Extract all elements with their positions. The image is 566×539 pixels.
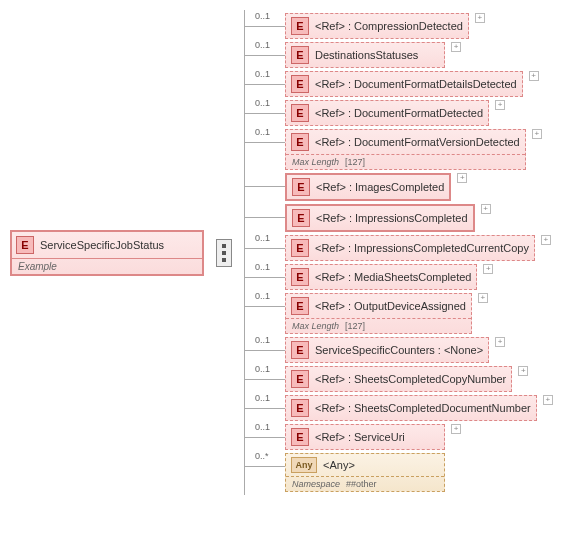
sequence-compositor-icon[interactable] [216, 239, 232, 267]
element-name: <Any> [323, 459, 355, 471]
expand-icon[interactable]: + [457, 173, 467, 183]
child-row: 0..1E<Ref> : DocumentFormatDetected+ [245, 100, 556, 126]
expand-icon[interactable]: + [495, 100, 505, 110]
root-element-box[interactable]: E ServiceSpecificJobStatus Example [10, 230, 204, 276]
separator: : [438, 344, 441, 356]
element-footer: Max Length[127] [286, 319, 471, 333]
expand-icon[interactable]: + [541, 235, 551, 245]
expand-icon[interactable]: + [478, 293, 488, 303]
ref-tag: <Ref> [315, 78, 345, 90]
child-element-node[interactable]: E<Ref> : ServiceUri [285, 424, 445, 450]
child-row: 0..1E<Ref> : ServiceUri+ [245, 424, 556, 450]
separator: : [348, 402, 351, 414]
element-box: E<Ref> : SheetsCompletedCopyNumber [285, 366, 512, 392]
element-header: E<Ref> : DocumentFormatDetailsDetected [286, 72, 522, 96]
element-name: DestinationsStatuses [315, 49, 418, 61]
element-badge-icon: E [291, 370, 309, 388]
separator: : [348, 20, 351, 32]
child-element-node[interactable]: E<Ref> : SheetsCompletedDocumentNumber [285, 395, 537, 421]
element-header: E<Ref> : DocumentFormatVersionDetected [286, 130, 525, 155]
ref-tag: <Ref> [315, 107, 345, 119]
expand-icon[interactable]: + [529, 71, 539, 81]
root-header: E ServiceSpecificJobStatus [12, 232, 202, 259]
expand-icon[interactable]: + [451, 42, 461, 52]
separator: : [348, 373, 351, 385]
child-element-node[interactable]: E<Ref> : OutputDeviceAssignedMax Length[… [285, 293, 472, 334]
expand-icon[interactable]: + [543, 395, 553, 405]
ref-tag: <Ref> [316, 181, 346, 193]
child-row: 0..1E<Ref> : DocumentFormatVersionDetect… [245, 129, 556, 170]
occurrence-label: 0..1 [253, 11, 272, 21]
ref-tag: <Ref> [315, 373, 345, 385]
child-element-node[interactable]: E<Ref> : ImpressionsCompleted [285, 204, 475, 232]
element-header: E<Ref> : SheetsCompletedDocumentNumber [286, 396, 536, 420]
element-name: SheetsCompletedDocumentNumber [354, 402, 531, 414]
occurrence-label: 0..1 [253, 233, 272, 243]
child-element-node[interactable]: E<Ref> : ImpressionsCompletedCurrentCopy [285, 235, 535, 261]
element-footer: Namespace##other [286, 477, 444, 491]
footer-value: [127] [345, 321, 365, 331]
branch-line-icon [245, 204, 285, 230]
expand-icon[interactable]: + [495, 337, 505, 347]
footer-label: Max Length [292, 321, 339, 331]
expand-icon[interactable]: + [532, 129, 542, 139]
element-box: E<Ref> : ImpressionsCompleted [285, 204, 475, 232]
element-badge-icon: E [292, 178, 310, 196]
element-header: E<Ref> : MediaSheetsCompleted [286, 265, 476, 289]
child-row: 0..1EDestinationsStatuses+ [245, 42, 556, 68]
ref-tag: <Ref> [315, 402, 345, 414]
element-header: E<Ref> : OutputDeviceAssigned [286, 294, 471, 319]
element-badge-icon: E [291, 75, 309, 93]
element-header: E<Ref> : ImpressionsCompleted [287, 206, 473, 230]
child-row: 0..1E<Ref> : MediaSheetsCompleted+ [245, 264, 556, 290]
child-element-node[interactable]: E<Ref> : ImagesCompleted [285, 173, 451, 201]
child-element-node[interactable]: E<Ref> : DocumentFormatDetailsDetected [285, 71, 523, 97]
element-header: EServiceSpecificCounters : <None> [286, 338, 488, 362]
expand-icon[interactable]: + [481, 204, 491, 214]
separator: : [348, 300, 351, 312]
child-element-node[interactable]: EServiceSpecificCounters : <None> [285, 337, 489, 363]
element-header: E<Ref> : ImpressionsCompletedCurrentCopy [286, 236, 534, 260]
expand-icon[interactable]: + [475, 13, 485, 23]
element-box: EServiceSpecificCounters : <None> [285, 337, 489, 363]
separator: : [348, 242, 351, 254]
child-element-node[interactable]: E<Ref> : SheetsCompletedCopyNumber [285, 366, 512, 392]
element-name: ServiceSpecificCounters [315, 344, 435, 356]
child-row: E<Ref> : ImpressionsCompleted+ [245, 204, 556, 232]
connector-column [204, 239, 244, 267]
occurrence-label: 0..1 [253, 422, 272, 432]
element-name: DocumentFormatVersionDetected [354, 136, 520, 148]
footer-label: Max Length [292, 157, 339, 167]
branch-line-icon: 0..1 [245, 42, 285, 68]
child-element-node[interactable]: E<Ref> : CompressionDetected [285, 13, 469, 39]
child-element-node[interactable]: E<Ref> : DocumentFormatDetected [285, 100, 489, 126]
child-row: 0..1E<Ref> : ImpressionsCompletedCurrent… [245, 235, 556, 261]
child-element-node[interactable]: Any<Any>Namespace##other [285, 453, 445, 492]
occurrence-label: 0..1 [253, 335, 272, 345]
separator: : [348, 431, 351, 443]
element-box: E<Ref> : ImagesCompleted [285, 173, 451, 201]
branch-line-icon: 0..1 [245, 71, 285, 97]
footer-label: Namespace [292, 479, 340, 489]
branch-line-icon: 0..1 [245, 13, 285, 39]
expand-icon[interactable]: + [451, 424, 461, 434]
child-element-node[interactable]: E<Ref> : MediaSheetsCompleted [285, 264, 477, 290]
children-column: 0..1E<Ref> : CompressionDetected+0..1EDe… [244, 10, 556, 495]
element-header: Any<Any> [286, 454, 444, 477]
element-badge-icon: E [291, 297, 309, 315]
element-badge-icon: E [292, 209, 310, 227]
child-row: 0..1EServiceSpecificCounters : <None>+ [245, 337, 556, 363]
child-element-node[interactable]: EDestinationsStatuses [285, 42, 445, 68]
child-row: 0..1E<Ref> : DocumentFormatDetailsDetect… [245, 71, 556, 97]
element-header: E<Ref> : ImagesCompleted [287, 175, 449, 199]
branch-line-icon: 0..1 [245, 100, 285, 126]
element-badge-icon: E [16, 236, 34, 254]
separator: : [348, 271, 351, 283]
occurrence-label: 0..1 [253, 98, 272, 108]
child-element-node[interactable]: E<Ref> : DocumentFormatVersionDetectedMa… [285, 129, 526, 170]
expand-icon[interactable]: + [483, 264, 493, 274]
root-column: E ServiceSpecificJobStatus Example [10, 230, 204, 276]
element-header: E<Ref> : CompressionDetected [286, 14, 468, 38]
expand-icon[interactable]: + [518, 366, 528, 376]
element-name: ImagesCompleted [355, 181, 444, 193]
